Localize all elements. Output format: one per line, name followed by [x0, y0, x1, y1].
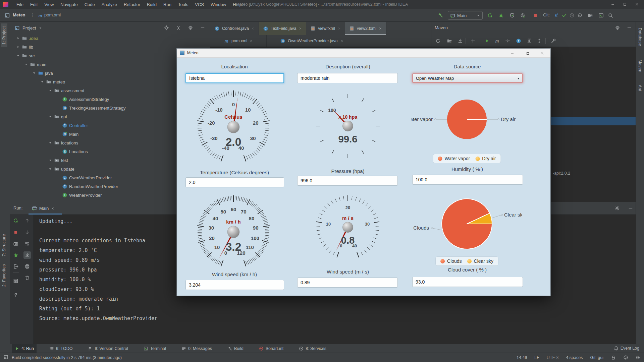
maven-run-button[interactable] — [484, 38, 490, 44]
maven-m-button[interactable]: m — [494, 38, 500, 44]
editor-tab-view.fxml[interactable]: <>view.fxml — [306, 22, 345, 35]
breadcrumb-project[interactable]: Meteo — [13, 12, 25, 17]
event-log-button[interactable]: Event Log — [614, 344, 639, 353]
toolwindow-toggle-icon[interactable] — [3, 355, 8, 361]
chevR-icon[interactable] — [16, 36, 20, 40]
hide-panel-button[interactable] — [200, 25, 205, 31]
git-rollback-button[interactable] — [577, 13, 582, 18]
build-project-button[interactable] — [437, 12, 443, 18]
clock-widget[interactable]: 14:49 — [517, 355, 527, 360]
chevD-icon[interactable] — [32, 71, 36, 75]
maven-expand-button[interactable] — [527, 38, 532, 44]
run-coverage-button[interactable] — [509, 13, 515, 18]
tab-close-icon[interactable] — [250, 39, 253, 43]
window-minimize-button[interactable] — [607, 1, 619, 8]
maven-settings-button[interactable] — [615, 25, 620, 31]
up-stack-trace-button[interactable] — [24, 218, 30, 223]
rerun-button[interactable] — [13, 218, 18, 223]
collapse-all-button[interactable] — [176, 25, 181, 31]
tab-close-icon[interactable] — [299, 27, 302, 30]
meteo-close-button[interactable] — [536, 50, 548, 57]
run-panel-settings-button[interactable] — [614, 205, 620, 211]
window-maximize-button[interactable] — [619, 1, 631, 8]
maven-settings-wrench-button[interactable] — [551, 38, 556, 44]
down-stack-trace-button[interactable] — [24, 230, 30, 235]
input-humidity-[interactable]: 100.0 — [412, 175, 523, 185]
menu-window[interactable]: Window — [207, 2, 229, 7]
chevD-icon[interactable] — [16, 54, 20, 58]
search-everywhere-button[interactable] — [608, 13, 613, 18]
menu-file[interactable]: File — [13, 2, 27, 7]
hide-run-panel-button[interactable] — [628, 205, 633, 211]
lock-icon[interactable] — [611, 355, 616, 360]
close-icon[interactable] — [51, 207, 54, 210]
editor-tab-controller.java[interactable]: CController.java — [210, 22, 259, 35]
stop-button[interactable] — [533, 13, 538, 18]
input-localisation[interactable]: Istebna — [185, 73, 284, 83]
clear-console-button[interactable] — [24, 275, 30, 281]
chevD-icon[interactable] — [40, 80, 44, 84]
menu-edit[interactable]: Edit — [27, 2, 41, 7]
toolwindow-button-4-run[interactable]: 4: Run — [12, 344, 37, 353]
run-button[interactable] — [487, 13, 493, 18]
run-tab-main[interactable]: Main — [29, 202, 58, 215]
stripe-2-favorites[interactable]: 2: Favorites — [1, 261, 7, 290]
caret-icon[interactable] — [39, 26, 42, 30]
maven-collapse-button[interactable] — [537, 38, 542, 44]
chevD-icon[interactable] — [48, 115, 52, 119]
debug-button[interactable] — [498, 13, 504, 18]
toolwindow-button-9-version-control[interactable]: 9: Version Control — [85, 344, 130, 353]
exit-button[interactable] — [13, 264, 18, 269]
window-close-button[interactable] — [631, 1, 643, 8]
stop-process-button[interactable] — [13, 230, 18, 235]
toolwindow-button-8-services[interactable]: 8: Services — [296, 344, 329, 353]
toolwindow-button-6-todo[interactable]: 6: TODO — [47, 344, 75, 353]
run-console[interactable]: Updating... Current meteo conditions in … — [39, 217, 157, 323]
chevR-icon[interactable] — [16, 45, 20, 49]
hide-maven-button[interactable] — [627, 25, 632, 31]
maven-add-button[interactable] — [470, 38, 476, 44]
chevD-icon[interactable] — [48, 88, 52, 93]
theme-face-icon[interactable] — [623, 355, 628, 360]
run-configuration-select[interactable]: Main — [448, 11, 483, 20]
chevD-icon[interactable] — [48, 141, 52, 145]
tab-close-icon[interactable] — [340, 39, 343, 43]
menu-code[interactable]: Code — [81, 2, 98, 7]
input-temperature-celsius-degrees-[interactable]: 2.0 — [185, 177, 284, 187]
menu-build[interactable]: Build — [144, 2, 160, 7]
maven-download-button[interactable] — [458, 38, 463, 44]
toolwindow-button-build[interactable]: Build — [225, 344, 246, 353]
input-wind-speed-m-s-[interactable]: 0.89 — [297, 278, 398, 288]
meteo-minimize-button[interactable] — [506, 50, 518, 57]
toolwindow-button-sonarlint[interactable]: SonarLint — [256, 344, 286, 353]
stripe-ant[interactable]: Ant — [637, 82, 643, 94]
chevD-icon[interactable] — [24, 62, 28, 66]
maven-skip-tests-button[interactable] — [505, 38, 511, 44]
tab-close-icon[interactable] — [379, 27, 382, 30]
profiler-button[interactable] — [520, 13, 526, 18]
toolwin-icon[interactable] — [3, 355, 8, 360]
menu-navigate[interactable]: Navigate — [57, 2, 81, 7]
tab-close-icon[interactable] — [337, 27, 341, 30]
stripe-maven[interactable]: Maven — [637, 57, 643, 75]
git-branch-widget[interactable]: Git: gui — [590, 355, 603, 360]
soft-wrap-button[interactable] — [24, 241, 30, 246]
git-history-button[interactable] — [569, 13, 575, 18]
stripe-1-project[interactable]: 1: Project — [1, 23, 7, 47]
chevD-icon[interactable] — [48, 167, 52, 171]
stripe-7-structure[interactable]: 7: Structure — [1, 231, 7, 259]
breadcrumb-file[interactable]: pom.xml — [44, 12, 61, 17]
restart-button[interactable] — [13, 252, 18, 258]
tree-item-.idea[interactable]: .idea — [10, 34, 210, 43]
scroll-to-end-button[interactable] — [23, 251, 31, 259]
chevR-icon[interactable] — [48, 158, 52, 162]
editor-tab-view2.fxml[interactable]: <>view2.fxml — [345, 22, 386, 35]
tip-icon[interactable]: ? — [636, 355, 641, 360]
input-cloud-cover-[interactable]: 93.0 — [412, 277, 523, 287]
project-structure-button[interactable]: G — [588, 13, 593, 18]
encoding-widget[interactable]: UTF-8 — [547, 355, 558, 360]
panel-settings-button[interactable] — [188, 25, 193, 31]
git-update-button[interactable] — [553, 13, 559, 18]
menu-refactor[interactable]: Refactor — [120, 2, 144, 7]
meteo-maximize-button[interactable] — [522, 50, 533, 57]
